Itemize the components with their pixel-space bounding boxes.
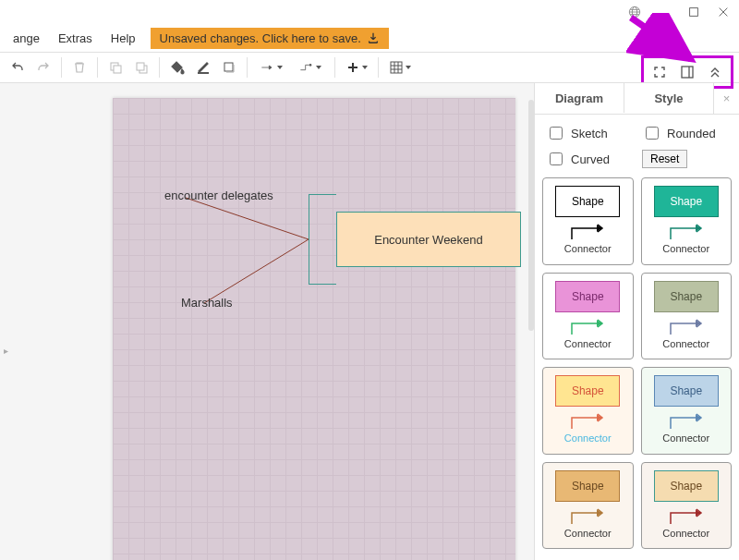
- close-window-icon[interactable]: [717, 6, 730, 18]
- preset-connector: Connector: [662, 223, 709, 254]
- waypoints-button[interactable]: [292, 55, 329, 79]
- style-preset-1[interactable]: ShapeConnector: [641, 177, 733, 265]
- preset-shape: Shape: [555, 375, 620, 407]
- curved-checkbox[interactable]: Curved: [546, 150, 620, 168]
- save-banner[interactable]: Unsaved changes. Click here to save.: [151, 28, 389, 49]
- preset-shape: Shape: [555, 281, 620, 312]
- insert-button[interactable]: [341, 55, 372, 79]
- line-color-button[interactable]: [191, 55, 215, 79]
- svg-rect-9: [391, 62, 402, 73]
- sidebar-collapse-handle[interactable]: ▸: [4, 346, 8, 356]
- svg-line-12: [204, 239, 309, 303]
- svg-line-11: [186, 198, 309, 239]
- to-back-button[interactable]: [129, 55, 153, 79]
- preset-shape: Shape: [654, 281, 719, 312]
- menu-extras[interactable]: Extras: [49, 28, 102, 49]
- preset-shape: Shape: [654, 186, 719, 217]
- preset-shape: Shape: [654, 375, 719, 407]
- preset-connector: Connector: [564, 507, 612, 539]
- node-encounter-weekend[interactable]: Encounter Weekend: [336, 212, 521, 267]
- globe-icon[interactable]: [628, 6, 641, 18]
- bracket-shape[interactable]: [309, 194, 336, 285]
- style-preset-0[interactable]: ShapeConnector: [542, 177, 634, 265]
- branch-label-marshalls[interactable]: Marshalls: [181, 296, 233, 310]
- svg-rect-7: [224, 63, 233, 71]
- rounded-checkbox[interactable]: Rounded: [642, 124, 716, 142]
- preset-connector: Connector: [662, 318, 709, 349]
- svg-rect-2: [690, 8, 698, 17]
- preset-connector: Connector: [564, 412, 612, 444]
- tab-style[interactable]: Style: [624, 82, 713, 113]
- drawing-page[interactable]: Encounter Weekend encounter delegates Ma…: [113, 98, 515, 560]
- close-panel-button[interactable]: ×: [713, 83, 739, 114]
- minimize-icon[interactable]: [658, 6, 671, 18]
- preset-connector: Connector: [662, 507, 709, 539]
- menu-arrange[interactable]: ange: [4, 28, 49, 49]
- connection-button[interactable]: [253, 55, 290, 79]
- svg-rect-6: [137, 63, 144, 70]
- fill-color-button[interactable]: [165, 55, 189, 79]
- tab-diagram[interactable]: Diagram: [535, 83, 624, 114]
- download-icon: [367, 31, 380, 44]
- canvas-area[interactable]: ▸ Encounter Weekend encounter delegates …: [0, 83, 534, 560]
- format-panel-button[interactable]: [675, 60, 699, 84]
- redo-button[interactable]: [31, 55, 55, 79]
- undo-button[interactable]: [6, 55, 30, 79]
- style-preset-7[interactable]: ShapeConnector: [641, 462, 733, 550]
- preset-connector: Connector: [662, 412, 709, 444]
- sketch-checkbox[interactable]: Sketch: [546, 124, 620, 142]
- preset-connector: Connector: [564, 223, 612, 254]
- style-preset-2[interactable]: ShapeConnector: [542, 273, 634, 360]
- preset-shape: Shape: [654, 470, 719, 502]
- preset-connector: Connector: [564, 318, 612, 349]
- preset-shape: Shape: [555, 186, 620, 217]
- menu-help[interactable]: Help: [102, 28, 145, 49]
- table-button[interactable]: [384, 55, 416, 79]
- save-banner-text: Unsaved changes. Click here to save.: [160, 31, 361, 45]
- svg-point-8: [309, 64, 311, 66]
- node-label: Encounter Weekend: [374, 233, 483, 247]
- toolbar: [0, 52, 739, 83]
- style-presets-grid: ShapeConnectorShapeConnectorShapeConnect…: [535, 172, 739, 560]
- style-preset-4[interactable]: ShapeConnector: [542, 367, 634, 455]
- menu-bar: ange Extras Help Unsaved changes. Click …: [0, 24, 739, 52]
- delete-button[interactable]: [67, 55, 91, 79]
- style-preset-6[interactable]: ShapeConnector: [542, 462, 634, 550]
- maximize-icon[interactable]: [687, 6, 700, 18]
- style-preset-5[interactable]: ShapeConnector: [641, 367, 733, 455]
- style-preset-3[interactable]: ShapeConnector: [641, 273, 733, 360]
- shadow-button[interactable]: [217, 55, 241, 79]
- to-front-button[interactable]: [103, 55, 127, 79]
- svg-rect-10: [682, 67, 693, 78]
- preset-shape: Shape: [555, 470, 620, 502]
- fullscreen-button[interactable]: [648, 60, 672, 84]
- svg-rect-4: [114, 66, 121, 73]
- collapse-button[interactable]: [703, 60, 727, 84]
- canvas-scrollbar[interactable]: [528, 100, 534, 331]
- branch-label-delegates[interactable]: encounter delegates: [164, 189, 273, 202]
- reset-button[interactable]: Reset: [642, 150, 687, 168]
- format-sidebar: Diagram Style × Sketch Rounded Curved Re…: [534, 83, 739, 560]
